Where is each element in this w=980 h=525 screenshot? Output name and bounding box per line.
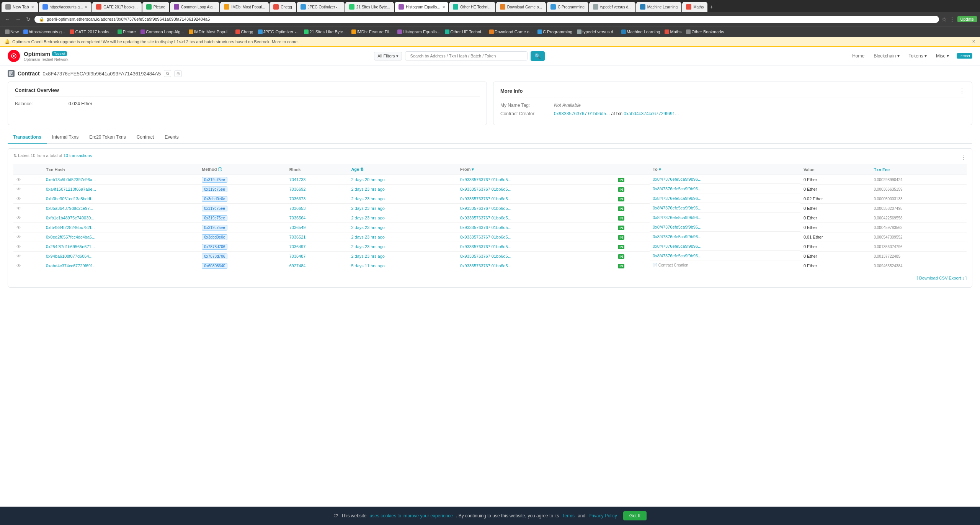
bookmark-cprog[interactable]: C Programming [536,29,574,35]
txn-hash-link[interactable]: 0x0ed2f0557fcc4dc4ba6... [46,235,95,239]
star-btn[interactable]: ☆ [941,16,947,23]
tab-close[interactable]: ✕ [85,5,88,9]
browser-tab-cprog[interactable]: C Programming [547,2,588,12]
eye-btn[interactable]: 👁 [16,254,21,259]
eye-btn[interactable]: 👁 [16,177,21,182]
from-link[interactable]: 0x93335763767 01bb6d5... [460,263,511,268]
csv-export-link[interactable]: [ Download CSV Export ↓ ] [917,276,967,280]
txn-hash-link[interactable]: 0x254f87d1b69565e671... [46,244,95,249]
from-link[interactable]: 0x93335763767 01bb6d5... [460,225,511,230]
bookmark-jpeg[interactable]: JPEG Optimizer -... [256,29,302,35]
nav-blockchain[interactable]: Blockchain ▾ [872,52,901,60]
txn-hash-link[interactable]: 0x85a3b4379d8c2ce97... [46,206,93,211]
cookie-link[interactable]: uses cookies to improve your experience [370,513,453,518]
browser-tab-gate[interactable]: GATE 2017 books... [92,2,141,12]
terms-link[interactable]: Terms [562,513,575,518]
nav-home[interactable]: Home [851,52,866,60]
address-bar[interactable]: 🔒 goerli-optimism.etherscan.io/address/0… [34,16,939,23]
from-link[interactable]: 0x93335763767 01bb6d5... [460,196,511,201]
notif-close-btn[interactable]: ✕ [972,39,975,44]
from-link[interactable]: 0x93335763767 01bb6d5... [460,235,511,239]
txn-hash-link[interactable]: 0x94ba6108f077d6064... [46,254,93,258]
bookmark-maths[interactable]: Maths [663,29,683,35]
bookmark-chegg[interactable]: Chegg [234,29,255,35]
from-link[interactable]: 0x93335763767 01bb6d5... [460,177,511,182]
to-link[interactable]: 0x8f47376efe5ca9f9b96... [653,206,701,210]
tab-close[interactable]: ✕ [442,5,445,9]
settings-btn[interactable]: ⋮ [949,16,955,23]
from-link[interactable]: 0x93335763767 01bb6d5... [460,254,511,258]
search-input[interactable] [405,51,528,61]
browser-tab-maths[interactable]: Maths [682,2,707,12]
tab-events[interactable]: Events [159,131,184,144]
tab-transactions[interactable]: Transactions [8,131,47,144]
from-link[interactable]: 0x93335763767 01bb6d5... [460,206,511,211]
bookmark-download[interactable]: Download Game o... [487,29,535,35]
bookmark-ml[interactable]: Machine Learning [619,29,662,35]
block-link[interactable]: 7036653 [289,206,306,211]
browser-tab-chegg[interactable]: Chegg [270,2,296,12]
new-tab-btn[interactable]: + [710,4,713,10]
forward-btn[interactable]: → [14,15,22,23]
filter-to-icon[interactable]: ▾ [659,167,661,172]
browser-tab-jpeg[interactable]: JPEG Optimizer -... [297,2,345,12]
block-link[interactable]: 7036692 [289,187,306,191]
tab-internal-txns[interactable]: Internal Txns [47,131,84,144]
to-link[interactable]: 0x8f47376efe5ca9f9b96... [653,196,701,201]
eye-btn[interactable]: 👁 [16,244,21,249]
browser-tab-picture[interactable]: Picture [142,2,169,12]
nav-tokens[interactable]: Tokens ▾ [907,52,928,60]
filter-dropdown[interactable]: All Filters ▾ [374,52,402,61]
eye-btn[interactable]: 👁 [16,186,21,192]
to-link[interactable]: 0x8f47376efe5ca9f9b96... [653,215,701,220]
nav-testnet-badge[interactable]: Testnet [957,53,972,59]
bookmark-accounts[interactable]: https://accounts.g... [21,29,67,35]
table-menu-btn[interactable]: ⋮ [960,154,967,161]
eye-btn[interactable]: 👁 [16,196,21,201]
block-link[interactable]: 7036497 [289,244,306,249]
tab-close[interactable]: ✕ [31,5,34,9]
txn-hash-link[interactable]: 0xfb1c1b48975c740039... [46,216,95,220]
block-link[interactable]: 7036673 [289,196,306,201]
search-button[interactable]: 🔍 [531,51,545,61]
filter-from-icon[interactable]: ▾ [472,167,474,172]
eye-btn[interactable]: 👁 [16,215,21,221]
browser-tab-accounts[interactable]: https://accounts.g... ✕ [39,2,92,12]
tab-contract[interactable]: Contract [131,131,159,144]
txn-hash-link[interactable]: 0xb3be3061cd13a8bddf... [46,196,95,201]
browser-tab-download[interactable]: Download Game o... [496,2,546,12]
to-link[interactable]: 0x8f47376efe5ca9f9b96... [653,234,701,239]
block-link[interactable]: 7036521 [289,235,306,239]
bookmark-new-tab[interactable]: New [3,29,21,35]
got-it-button[interactable]: Got It [623,511,647,520]
browser-tab-imdb[interactable]: IMDb: Most Popul... [220,2,269,12]
txn-hash-link[interactable]: 0xabd4c374cc67729f691... [46,263,96,268]
browser-tab-histogram[interactable]: Histogram Equalis... ✕ [395,2,448,12]
bookmark-picture[interactable]: Picture [116,29,138,35]
block-link[interactable]: 6927484 [289,263,306,268]
reload-btn[interactable]: ↻ [24,15,32,23]
txn-hash-link[interactable]: 0xeb13c5b0d52397e96a... [46,177,96,182]
browser-tab-other-he[interactable]: Other HE Techni... [449,2,495,12]
eye-btn[interactable]: 👁 [16,206,21,211]
to-link[interactable]: 0x8f47376efe5ca9f9b96... [653,186,701,191]
nav-misc[interactable]: Misc ▾ [934,52,951,60]
eye-btn[interactable]: 👁 [16,234,21,240]
total-link[interactable]: 10 transactions [64,153,92,158]
browser-tab-ml[interactable]: Machine Learning [636,2,682,12]
browser-tab-new[interactable]: New Tab ✕ [2,2,38,12]
txn-hash-link[interactable]: 0xa4f15071210f66a7a9e... [46,187,96,191]
block-link[interactable]: 7041733 [289,177,306,182]
qr-btn[interactable]: ⊞ [174,70,182,77]
sort-icon[interactable]: ⇅ [360,167,364,172]
browser-tab-common[interactable]: Common Loop Alg... [170,2,220,12]
bookmark-imdb2[interactable]: IMDb: Feature Fil... [350,29,395,35]
bookmark-typedef[interactable]: typedef versus d... [575,29,619,35]
bookmark-other-he[interactable]: Other HE Techni... [443,29,487,35]
tab-erc20[interactable]: Erc20 Token Txns [84,131,131,144]
more-info-menu-btn[interactable]: ⋮ [959,87,965,95]
creator-addr-link[interactable]: 0x93335763767 01bb6d5... [554,111,610,116]
bookmark-common[interactable]: Common Loop Alg... [139,29,186,35]
browser-tab-21sites[interactable]: 21 Sites Like Byte... [345,2,394,12]
eye-btn[interactable]: 👁 [16,263,21,268]
